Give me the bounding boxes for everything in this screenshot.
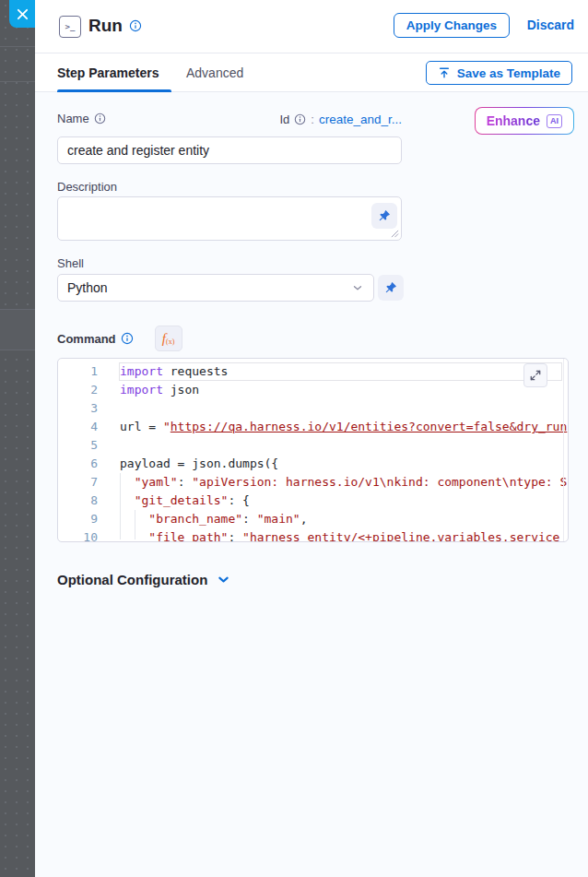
id-separator: :	[311, 113, 314, 126]
chevron-down-icon	[351, 281, 364, 294]
resize-handle[interactable]	[391, 230, 399, 238]
code-line: import json	[120, 381, 568, 399]
optional-configuration-toggle[interactable]: Optional Configuration	[57, 572, 230, 587]
line-number: 9	[58, 510, 98, 528]
code-line: url = "https://qa.harness.io/v1/entities…	[120, 418, 568, 436]
pin-icon	[384, 281, 397, 294]
line-number: 8	[58, 492, 98, 510]
description-label: Description	[57, 180, 117, 194]
pin-input-button[interactable]	[378, 275, 404, 301]
name-label: Name	[57, 112, 106, 125]
indent-guide	[120, 473, 121, 539]
screen: >_ Run Apply Changes Discard Step Parame…	[0, 0, 588, 877]
expand-icon	[530, 370, 541, 381]
info-icon[interactable]	[121, 332, 134, 345]
terminal-step-icon: >_	[59, 16, 81, 38]
info-icon[interactable]	[129, 19, 142, 36]
chevron-down-icon	[217, 573, 230, 587]
line-number: 1	[58, 362, 98, 381]
description-textarea[interactable]	[57, 196, 402, 241]
drawer-header: >_ Run Apply Changes Discard	[35, 0, 588, 53]
command-label-row: Command f (x)	[57, 325, 182, 352]
ai-badge: AI	[547, 114, 562, 128]
save-as-template-button[interactable]: Save as Template	[426, 61, 572, 85]
tab-advanced[interactable]: Advanced	[186, 53, 243, 92]
upload-icon	[438, 66, 451, 79]
enhance-label: Enhance	[487, 113, 540, 128]
step-id: Id : create_and_r...	[279, 113, 402, 126]
code-line	[120, 399, 568, 418]
code-line: "git_details": {	[120, 492, 568, 510]
line-number: 5	[58, 436, 98, 455]
active-tab-indicator	[57, 89, 171, 92]
name-input[interactable]	[57, 136, 402, 164]
code-line: payload = json.dumps({	[120, 455, 568, 473]
discard-button[interactable]: Discard	[527, 18, 574, 32]
apply-changes-button[interactable]: Apply Changes	[394, 13, 510, 38]
enhance-ai-button[interactable]: Enhance AI	[475, 107, 574, 135]
command-label: Command	[57, 332, 116, 346]
expression-toggle-button[interactable]: f (x)	[155, 326, 182, 351]
info-icon[interactable]	[94, 113, 106, 124]
close-drawer-button[interactable]	[9, 0, 35, 28]
pipeline-canvas-strip	[0, 0, 35, 877]
save-as-template-label: Save as Template	[457, 66, 560, 80]
canvas-divider	[0, 46, 35, 47]
tab-bar: Step Parameters Advanced Save as Templat…	[35, 53, 588, 92]
code-line: import requests	[120, 362, 568, 381]
code-line	[120, 436, 568, 455]
step-config-drawer: >_ Run Apply Changes Discard Step Parame…	[35, 0, 588, 877]
close-icon	[17, 8, 29, 20]
page-title: Run	[88, 16, 123, 36]
line-number: 3	[58, 399, 98, 418]
shell-label: Shell	[57, 256, 84, 270]
line-number: 2	[58, 381, 98, 399]
line-number: 10	[58, 528, 98, 542]
line-number: 4	[58, 418, 98, 436]
expand-editor-button[interactable]	[523, 363, 547, 387]
indent-guide	[135, 510, 135, 539]
line-number: 7	[58, 473, 98, 492]
code-line: "branch_name": "main",	[120, 510, 568, 528]
editor-overview-ruler	[563, 359, 564, 541]
id-value: create_and_r...	[319, 113, 402, 126]
command-code-editor[interactable]: 12345678910 import requestsimport jsonur…	[57, 358, 569, 542]
optional-configuration-label: Optional Configuration	[57, 572, 207, 587]
pin-icon	[378, 209, 391, 222]
shell-value: Python	[67, 280, 108, 295]
code-line: "yaml": "apiVersion: harness.io/v1\nkind…	[120, 473, 568, 492]
pin-input-button[interactable]	[371, 203, 397, 229]
editor-gutter: 12345678910	[58, 362, 98, 542]
editor-code: import requestsimport jsonurl = "https:/…	[120, 362, 568, 542]
description-field-wrap	[57, 196, 402, 241]
line-number: 6	[58, 455, 98, 473]
info-icon[interactable]	[294, 113, 306, 125]
tab-step-parameters[interactable]: Step Parameters	[57, 53, 159, 92]
code-line: "file_path": "harness_entity/<+pipeline.…	[120, 528, 568, 542]
shell-select[interactable]: Python	[57, 274, 374, 302]
id-label: Id	[279, 113, 289, 126]
canvas-row	[0, 309, 35, 350]
canvas-divider	[0, 81, 35, 82]
